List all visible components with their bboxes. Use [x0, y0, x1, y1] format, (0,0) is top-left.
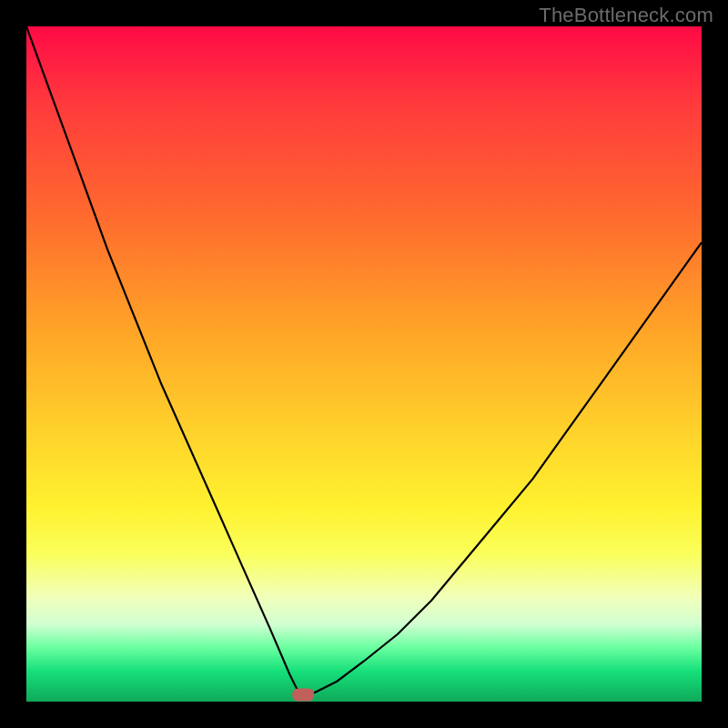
bottleneck-curve-path [26, 26, 702, 695]
watermark-text: TheBottleneck.com [539, 4, 713, 27]
plot-area [26, 26, 702, 702]
curve-layer [26, 26, 702, 702]
optimal-marker [292, 689, 314, 702]
chart-frame: TheBottleneck.com [0, 0, 728, 728]
